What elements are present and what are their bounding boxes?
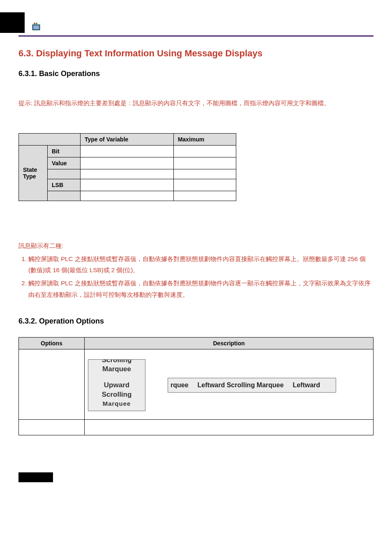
panel-text: Marquee [94,365,139,374]
table-row [19,419,374,435]
panel-text: Upward [94,381,139,390]
hint-paragraph: 提示: 訊息顯示和指示燈的主要差別處是：訊息顯示的內容只有文字，不能用圖檔，而指… [18,98,374,109]
subsection-operation-options: 6.3.2. Operation Options [18,317,374,326]
header-divider [18,35,374,37]
panel-text: Scrolling [94,359,139,365]
list-item: 觸控屏讀取 PLC 之接點狀態或暫存器值，自動依據各對應狀態規劃物件內容直接顯示… [28,253,374,276]
table-row [19,191,236,201]
table-header-options: Options [19,337,85,349]
cell-max [173,179,236,191]
subsection-basic-operations: 6.3.1. Basic Operations [18,69,374,78]
cell-type [81,157,174,169]
cell-type [81,179,174,191]
leftward-marquee-figure: rquee Leftward Scrolling Marquee Leftwar… [168,378,336,393]
table-row: LSB [19,179,236,191]
description-cell: Scrolling Marquee Upward Scrolling Marqu… [85,349,374,419]
marquee-text-right-cut: Leftward [293,382,320,389]
state-type-row-label: State Type [19,145,48,201]
description-figures: Scrolling Marquee Upward Scrolling Marqu… [88,359,370,411]
options-cell [19,349,85,419]
cell-max [173,157,236,169]
table-header-maximum: Maximum [173,133,236,145]
cell-max [173,145,236,157]
svg-point-2 [34,23,35,24]
panel-text: Scrolling [94,390,139,400]
types-intro: 訊息顯示有二種: [18,242,374,250]
marquee-text-mid: Leftward Scrolling Marquee [198,382,284,389]
cell-max [173,191,236,201]
panel-text-cut: Marquee [94,400,139,408]
cell-max [173,169,236,179]
list-item: 觸控屏讀取 PLC 之接點狀態或暫存器值，自動依據各對應狀態規劃物件內容逐一顯示… [28,278,374,301]
table-row: Value [19,157,236,169]
marquee-text-left-cut: rquee [171,382,189,389]
row-label-value: Value [48,157,81,169]
table-header-blank [19,133,81,145]
doc-icon [32,22,41,32]
row-label-bit: Bit [48,145,81,157]
row-label-blank [48,169,81,179]
table-header-description: Description [85,337,374,349]
cell-type [81,169,174,179]
scrolling-panel-figure: Scrolling Marquee Upward Scrolling Marqu… [88,359,145,411]
options-cell [19,419,85,435]
table-row: Scrolling Marquee Upward Scrolling Marqu… [19,349,374,419]
description-cell [85,419,374,435]
state-type-table: Type of Variable Maximum State Type Bit … [18,133,236,201]
svg-point-3 [36,23,37,24]
table-row: State Type Bit [19,145,236,157]
cell-type [81,191,174,201]
page-body: 6.3. Displaying Text Information Using M… [0,48,392,444]
row-label-lsb: LSB [48,179,81,191]
row-label-blank [48,191,81,201]
table-row [19,169,236,179]
page-header [0,12,392,33]
table-header-type-of-variable: Type of Variable [81,133,174,145]
page-footer-tab [18,472,53,482]
types-list: 觸控屏讀取 PLC 之接點狀態或暫存器值，自動依據各對應狀態規劃物件內容直接顯示… [18,253,374,301]
svg-rect-1 [33,25,39,29]
operation-options-table: Options Description Scrolling Marquee Up… [18,337,374,435]
cell-type [81,145,174,157]
section-title: 6.3. Displaying Text Information Using M… [18,48,374,59]
chapter-tab [0,12,25,33]
